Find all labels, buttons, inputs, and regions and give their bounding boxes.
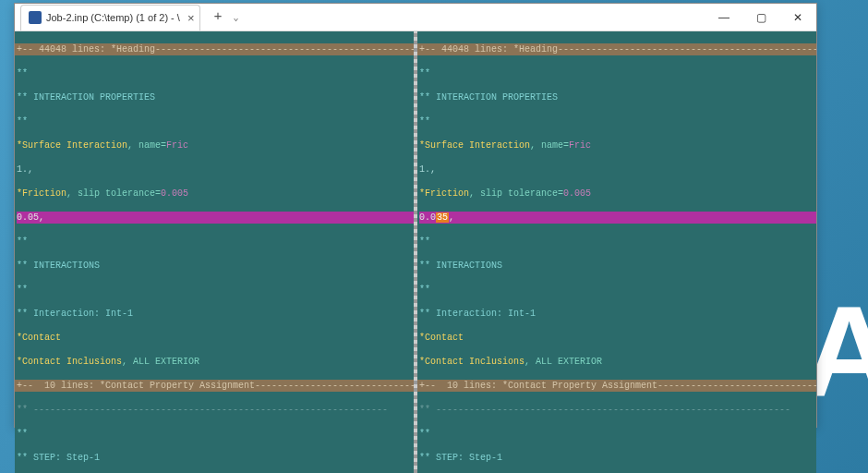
- fold-header[interactable]: +-- 44048 lines: *Heading---------------…: [15, 43, 414, 55]
- app-icon: [29, 11, 42, 24]
- diff-line: 0.05,: [17, 212, 414, 224]
- new-tab-button[interactable]: +: [208, 9, 227, 25]
- titlebar[interactable]: Job-2.inp (C:\temp) (1 of 2) - \ × + ⌄ —…: [15, 4, 816, 31]
- left-content[interactable]: +-- 44048 lines: *Heading---------------…: [15, 31, 414, 473]
- maximize-button[interactable]: ▢: [742, 4, 779, 31]
- right-content[interactable]: +-- 44048 lines: *Heading---------------…: [417, 31, 816, 473]
- close-button[interactable]: ✕: [779, 4, 816, 31]
- fold-header[interactable]: +-- 10 lines: *Contact Property Assignme…: [417, 380, 816, 392]
- editor-area: +-- 44048 lines: *Heading---------------…: [15, 31, 816, 473]
- window-controls: — ▢ ✕: [705, 4, 816, 31]
- tab-active[interactable]: Job-2.inp (C:\temp) (1 of 2) - \ ×: [20, 5, 200, 30]
- fold-header[interactable]: +-- 44048 lines: *Heading---------------…: [417, 43, 816, 55]
- diff-line: 0.035,: [419, 212, 816, 224]
- fold-header[interactable]: +-- 10 lines: *Contact Property Assignme…: [15, 380, 414, 392]
- tab-title: Job-2.inp (C:\temp) (1 of 2) - \: [46, 12, 180, 23]
- minimize-button[interactable]: —: [705, 4, 742, 31]
- close-tab-icon[interactable]: ×: [187, 11, 195, 25]
- left-pane[interactable]: +-- 44048 lines: *Heading---------------…: [15, 31, 414, 473]
- app-window: Job-2.inp (C:\temp) (1 of 2) - \ × + ⌄ —…: [14, 3, 817, 428]
- right-pane[interactable]: +-- 44048 lines: *Heading---------------…: [417, 31, 816, 473]
- tab-dropdown-icon[interactable]: ⌄: [234, 12, 239, 23]
